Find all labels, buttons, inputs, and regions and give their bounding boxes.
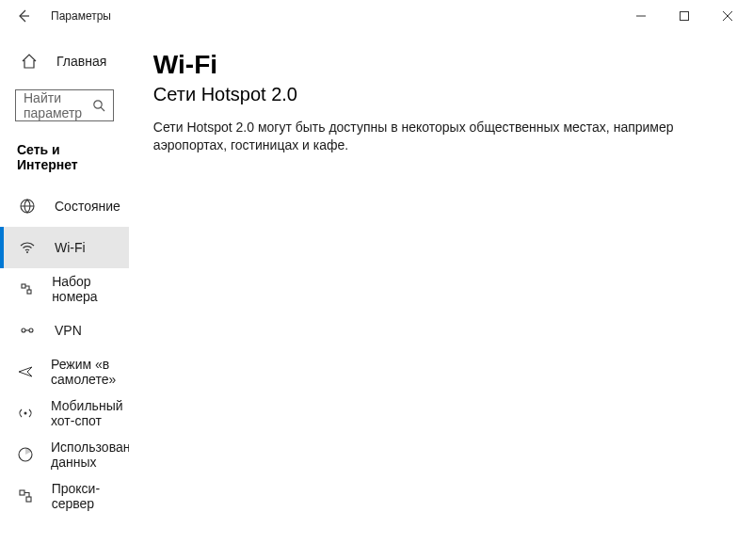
airplane-icon [17,363,34,380]
svg-point-7 [29,328,33,332]
data-icon [17,446,34,463]
svg-rect-10 [20,490,24,495]
globe-icon [17,198,38,215]
sidebar-item-airplane[interactable]: Режим «в самолете» [0,351,129,392]
sidebar-item-datausage[interactable]: Использование данных [0,434,129,475]
sidebar-item-label: Использование данных [51,440,129,470]
svg-point-3 [26,251,28,253]
svg-point-8 [24,412,27,415]
sidebar-item-dialup[interactable]: Набор номера [0,268,129,310]
sidebar-item-proxy[interactable]: Прокси-сервер [0,475,129,517]
wifi-icon [17,239,38,256]
minimize-button[interactable] [619,0,663,32]
sidebar-item-label: Прокси-сервер [52,481,129,511]
hotspot-description: Сети Hotspot 2.0 могут быть доступны в н… [153,119,725,560]
svg-point-6 [22,328,25,332]
vpn-icon [17,322,38,339]
close-button[interactable] [706,0,749,32]
nav-group-heading: Сеть и Интернет [0,135,129,185]
hotspot-heading: Сети Hotspot 2.0 [153,84,725,105]
maximize-icon [680,11,689,21]
sidebar-item-label: Режим «в самолете» [51,357,129,387]
back-arrow-icon [16,8,31,24]
sidebar-item-vpn[interactable]: VPN [0,310,129,351]
proxy-icon [17,488,35,504]
svg-point-1 [94,101,102,108]
svg-rect-4 [22,284,25,288]
sidebar-item-wifi[interactable]: Wi-Fi [0,227,129,268]
search-icon [92,99,105,112]
window-title: Параметры [40,9,619,23]
sidebar-item-label: Wi-Fi [55,240,86,255]
sidebar: Главная Найти параметр Сеть и Интернет С… [0,33,129,560]
back-button[interactable] [8,0,40,32]
sidebar-item-label: Состояние [55,199,120,214]
maximize-button[interactable] [663,0,706,32]
dialup-icon [17,280,35,297]
minimize-icon [636,11,646,21]
sidebar-item-hotspot[interactable]: Мобильный хот-спот [0,392,129,434]
svg-rect-0 [681,12,689,21]
search-placeholder-text: Найти параметр [24,90,92,120]
sidebar-item-label: Мобильный хот-спот [51,398,129,428]
titlebar: Параметры [0,0,753,33]
page-title: Wi-Fi [153,50,725,80]
svg-rect-5 [27,290,31,294]
home-nav[interactable]: Главная [0,42,129,80]
sidebar-item-label: VPN [55,323,82,338]
close-icon [723,11,732,21]
search-input[interactable]: Найти параметр [15,89,114,121]
main-content: Wi-Fi Сети Hotspot 2.0 Сети Hotspot 2.0 … [129,33,753,560]
home-label: Главная [56,54,106,69]
sidebar-item-status[interactable]: Состояние [0,185,129,227]
home-icon [21,53,40,70]
sidebar-item-label: Набор номера [52,274,129,304]
hotspot-icon [17,405,34,422]
svg-rect-11 [26,497,31,502]
